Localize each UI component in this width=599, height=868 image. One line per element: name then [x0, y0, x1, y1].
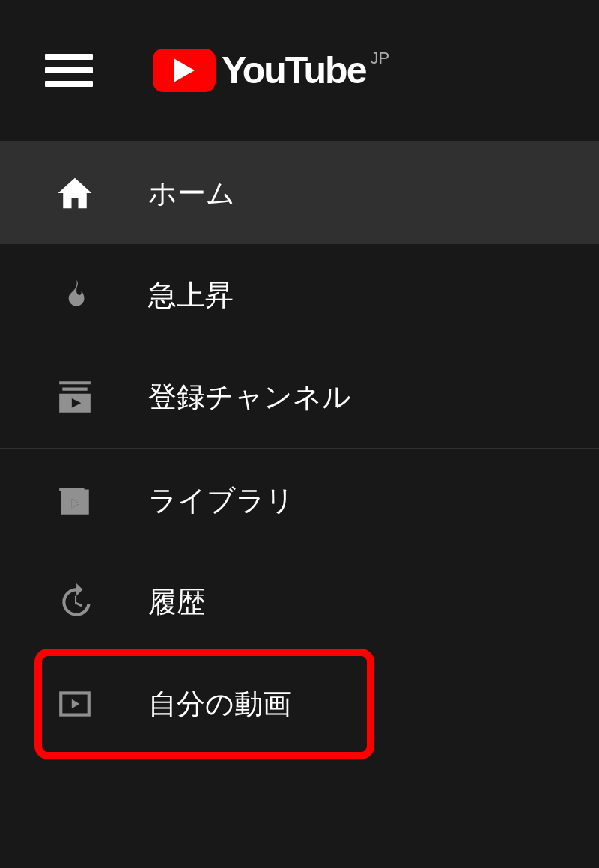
your-videos-icon [52, 682, 97, 726]
sidebar-item-label: ライブラリ [148, 482, 294, 520]
youtube-logo[interactable]: YouTube JP [153, 49, 385, 92]
sidebar-item-label: 登録チャンネル [148, 378, 351, 416]
hamburger-bar [45, 81, 93, 87]
youtube-play-icon [153, 49, 216, 92]
youtube-wordmark: YouTube [222, 49, 365, 92]
trending-icon [52, 273, 97, 318]
library-icon [52, 478, 97, 523]
sidebar-item-label: 自分の動画 [148, 685, 291, 723]
history-icon [52, 580, 97, 625]
svg-marker-0 [174, 58, 195, 82]
home-icon [52, 171, 97, 216]
sidebar-item-label: 履歴 [148, 583, 205, 622]
sidebar-item-trending[interactable]: 急上昇 [0, 244, 599, 346]
sidebar-item-history[interactable]: 履歴 [0, 551, 599, 653]
sidebar-section-1: ホーム 急上昇 登録チャンネル [0, 142, 599, 449]
app-frame: YouTube JP ホーム 急上昇 登録チャンネル [0, 0, 599, 868]
sidebar-item-home[interactable]: ホーム [0, 142, 599, 244]
sidebar-item-subscriptions[interactable]: 登録チャンネル [0, 346, 599, 448]
svg-marker-3 [72, 699, 79, 709]
sidebar-item-your-videos[interactable]: 自分の動画 [0, 653, 599, 755]
sidebar-item-label: 急上昇 [148, 276, 234, 315]
subscriptions-icon [52, 374, 97, 419]
top-bar: YouTube JP [0, 0, 599, 142]
sidebar-item-library[interactable]: ライブラリ [0, 449, 599, 551]
hamburger-bar [45, 54, 93, 60]
sidebar-item-label: ホーム [148, 174, 235, 213]
hamburger-menu-button[interactable] [45, 46, 93, 94]
hamburger-bar [45, 67, 93, 73]
sidebar-section-2: ライブラリ 履歴 自分の動画 [0, 449, 599, 755]
region-label: JP [370, 49, 389, 68]
